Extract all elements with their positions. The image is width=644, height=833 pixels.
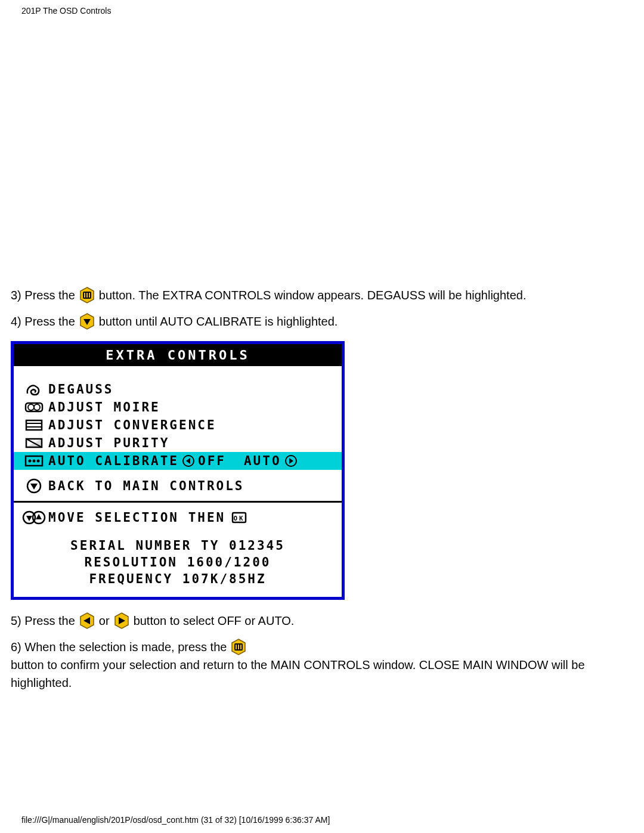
svg-marker-28 — [36, 514, 42, 519]
osd-window-body: DEGAUSS ADJUST MOIRE — [14, 366, 342, 597]
svg-point-16 — [29, 460, 32, 463]
svg-marker-0 — [80, 287, 94, 303]
osd-hint-row: MOVE SELECTION THEN OK — [14, 506, 342, 529]
step-3-text-b: button. The EXTRA CONTROLS window appear… — [99, 286, 527, 304]
osd-item-label: ADJUST MOIRE — [48, 400, 160, 414]
osd-frequency: FREQUENCY 107K/85HZ — [14, 571, 342, 587]
down-button-icon — [78, 313, 96, 330]
osd-item-label: ADJUST CONVERGENCE — [48, 418, 216, 432]
right-button-icon — [113, 612, 131, 629]
step-4-text-a: 4) Press the — [11, 312, 75, 330]
step-5-text-b: or — [99, 612, 110, 630]
osd-item-adjust-purity[interactable]: ADJUST PURITY — [14, 434, 342, 452]
auto-calibrate-icon — [20, 453, 48, 469]
osd-info-group: SERIAL NUMBER TY 012345 RESOLUTION 1600/… — [14, 529, 342, 594]
degauss-icon — [20, 382, 48, 397]
svg-rect-9 — [26, 420, 42, 430]
osd-hint-text: MOVE SELECTION THEN — [48, 510, 225, 525]
ok-button-icon — [230, 639, 247, 655]
osd-item-degauss[interactable]: DEGAUSS — [14, 380, 342, 398]
step-5-text-c: button to select OFF or AUTO. — [134, 612, 295, 630]
osd-item-options: OFF AUTO — [182, 454, 297, 468]
svg-point-7 — [28, 404, 34, 410]
svg-text:OK: OK — [234, 515, 245, 522]
page-footer: file:///G|/manual/english/201P/osd/osd_c… — [21, 815, 330, 825]
step-5-text-a: 5) Press the — [11, 612, 75, 630]
down-circle-icon — [20, 478, 48, 494]
osd-item-label: DEGAUSS — [48, 382, 114, 397]
osd-separator — [14, 501, 342, 503]
ok-button-icon — [78, 287, 96, 304]
step-3-text-a: 3) Press the — [11, 286, 75, 304]
step-5: 5) Press the or button to select OFF or … — [11, 612, 633, 630]
step-3: 3) Press the button. The EXTRA CONTROLS … — [11, 286, 633, 304]
right-arrow-glyph-icon — [285, 455, 297, 467]
svg-point-8 — [34, 404, 40, 410]
osd-back-to-main[interactable]: BACK TO MAIN CONTROLS — [14, 477, 342, 497]
step-6: 6) When the selection is made, press the… — [11, 638, 633, 692]
osd-item-label: ADJUST PURITY — [48, 436, 169, 450]
left-button-icon — [78, 612, 96, 629]
osd-item-adjust-convergence[interactable]: ADJUST CONVERGENCE — [14, 416, 342, 434]
convergence-icon — [20, 417, 48, 433]
svg-point-17 — [33, 460, 36, 463]
step-4: 4) Press the button until AUTO CALIBRATE… — [11, 312, 633, 330]
svg-marker-26 — [26, 516, 32, 521]
option-off: OFF — [198, 454, 226, 468]
purity-icon — [20, 435, 48, 451]
svg-marker-24 — [30, 484, 38, 490]
step-4-text-b: button until AUTO CALIBRATE is highlight… — [99, 312, 338, 330]
step-6-text-b: button to confirm your selection and ret… — [11, 656, 633, 692]
option-auto: AUTO — [244, 454, 281, 468]
left-arrow-glyph-icon — [182, 455, 194, 467]
top-spacer — [11, 16, 633, 278]
svg-marker-35 — [232, 639, 245, 655]
page-header: 201P The OSD Controls — [0, 0, 644, 16]
ok-glyph-icon: OK — [231, 511, 247, 524]
page-content: 3) Press the button. The EXTRA CONTROLS … — [0, 16, 644, 692]
up-down-circle-icon — [20, 510, 48, 525]
moire-icon — [20, 400, 48, 415]
svg-marker-22 — [289, 458, 293, 464]
svg-point-18 — [37, 460, 40, 463]
svg-marker-20 — [186, 458, 190, 464]
osd-resolution: RESOLUTION 1600/1200 — [14, 554, 342, 571]
osd-extra-controls-window: EXTRA CONTROLS DEGAUSS — [11, 341, 345, 600]
osd-back-label: BACK TO MAIN CONTROLS — [48, 479, 244, 493]
osd-item-auto-calibrate[interactable]: AUTO CALIBRATE OFF AUTO — [14, 452, 342, 470]
osd-item-adjust-moire[interactable]: ADJUST MOIRE — [14, 398, 342, 416]
osd-window-title: EXTRA CONTROLS — [14, 344, 342, 366]
step-6-text-a: 6) When the selection is made, press the — [11, 638, 227, 656]
osd-serial: SERIAL NUMBER TY 012345 — [14, 537, 342, 554]
osd-item-label: AUTO CALIBRATE — [48, 454, 179, 468]
